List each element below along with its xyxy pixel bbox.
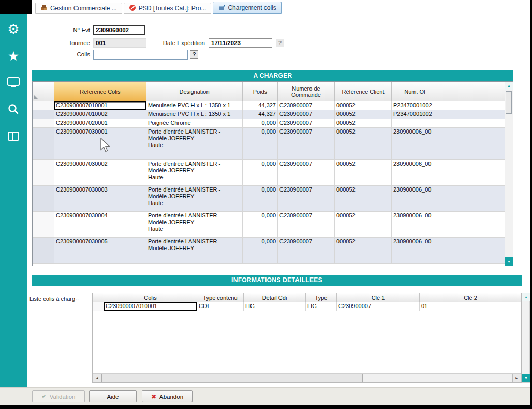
tournee-field[interactable]: 001 bbox=[93, 38, 146, 48]
cell[interactable]: P23470001002 bbox=[392, 101, 440, 110]
row-selector[interactable] bbox=[93, 302, 104, 311]
column-header-cle1[interactable]: Clé 1 bbox=[337, 293, 420, 302]
tab-chargement-colis[interactable]: Chargement colis bbox=[213, 2, 281, 14]
scroll-left-button[interactable]: ◄ bbox=[93, 374, 101, 382]
tab-gestion-commerciale[interactable]: Gestion Commerciale ... bbox=[35, 3, 122, 14]
scroll-down-button[interactable]: ▼ bbox=[522, 374, 530, 382]
cell[interactable]: Poignée Chrome bbox=[146, 119, 243, 128]
scroll-up-button[interactable]: ▲ bbox=[522, 293, 530, 301]
cell[interactable]: 0,000 bbox=[243, 238, 278, 264]
sidebar-item-search[interactable] bbox=[0, 99, 27, 120]
cell[interactable]: 0,000 bbox=[243, 128, 278, 160]
cell[interactable] bbox=[392, 119, 440, 128]
column-header-numero-commande[interactable]: Numero de Commande bbox=[278, 82, 335, 101]
scroll-track[interactable] bbox=[363, 374, 512, 382]
focused-cell[interactable]: C230900007010001 bbox=[104, 302, 197, 311]
cell[interactable]: 000052 bbox=[335, 160, 392, 186]
cell[interactable]: C230900007 bbox=[278, 212, 335, 238]
scroll-thumb[interactable] bbox=[101, 374, 363, 382]
cell[interactable]: Porte d'entrée LANNISTER - Modèle JOFFRE… bbox=[146, 212, 243, 238]
scroll-down-button[interactable]: ▼ bbox=[505, 257, 513, 266]
cell[interactable]: C230900007030003 bbox=[54, 186, 146, 212]
scroll-track[interactable] bbox=[505, 90, 513, 257]
column-header-reference-colis[interactable]: Reference Colis bbox=[54, 82, 146, 101]
row-selector[interactable] bbox=[33, 119, 54, 128]
details-row[interactable]: C230900007010001 COL LIG LIG C230900007 … bbox=[93, 302, 521, 311]
table-row[interactable]: C230900007030003 Porte d'entrée LANNISTE… bbox=[33, 186, 505, 212]
aide-button[interactable]: Aide bbox=[89, 390, 137, 402]
cell[interactable]: Porte d'entrée LANNISTER - Modèle JOFFRE… bbox=[146, 186, 243, 212]
cell[interactable]: 230900006_00 bbox=[392, 160, 440, 186]
colis-input[interactable] bbox=[93, 50, 188, 60]
column-header-designation[interactable]: Designation bbox=[146, 82, 243, 101]
details-vertical-scrollbar[interactable]: ▲ ▼ bbox=[522, 293, 530, 383]
cell[interactable]: Porte d'entrée LANNISTER - Modèle JOFFRE… bbox=[146, 238, 243, 264]
cell[interactable]: C230900007030005 bbox=[54, 238, 146, 264]
sidebar-item-favorites[interactable]: ★ bbox=[0, 46, 27, 66]
cell[interactable]: 230900006_00 bbox=[392, 128, 440, 160]
row-selector[interactable] bbox=[33, 101, 54, 110]
cell[interactable]: 0,000 bbox=[243, 119, 278, 128]
cell[interactable]: LIG bbox=[244, 302, 306, 311]
tab-psd[interactable]: PSD [Toutes Cat.]: Pro... bbox=[124, 3, 212, 14]
cell[interactable]: 0,000 bbox=[243, 160, 278, 186]
cell[interactable]: Menuiserie PVC H x L : 1350 x 1 bbox=[146, 101, 243, 110]
sidebar-item-columns[interactable] bbox=[0, 126, 27, 147]
column-header-cle2[interactable]: Clé 2 bbox=[420, 293, 521, 302]
column-header-type[interactable]: Type bbox=[306, 293, 337, 302]
cell[interactable]: LIG bbox=[306, 302, 337, 311]
sidebar-item-display[interactable] bbox=[0, 72, 27, 93]
sidebar-item-settings[interactable]: ⚙ bbox=[0, 19, 27, 39]
cell[interactable]: C230900007 bbox=[278, 186, 335, 212]
table-row[interactable]: C230900007030001 Porte d'entrée LANNISTE… bbox=[33, 128, 505, 160]
scroll-up-button[interactable]: ▲ bbox=[505, 82, 513, 90]
cell[interactable]: C230900007 bbox=[278, 238, 335, 264]
vertical-scrollbar[interactable]: ▲ ▼ bbox=[505, 82, 513, 266]
focused-cell[interactable]: C230900007010001 bbox=[54, 101, 146, 110]
cell[interactable]: P23470001002 bbox=[392, 110, 440, 119]
table-row[interactable]: C230900007020001 Poignée Chrome 0,000 C2… bbox=[33, 119, 505, 128]
cell[interactable]: C230900007030001 bbox=[54, 128, 146, 160]
cell[interactable]: 0,000 bbox=[243, 186, 278, 212]
cell[interactable]: Porte d'entrée LANNISTER - Modèle JOFFRE… bbox=[146, 160, 243, 186]
cell[interactable]: 000052 bbox=[335, 101, 392, 110]
row-selector[interactable] bbox=[33, 160, 54, 186]
cell[interactable]: 000052 bbox=[335, 212, 392, 238]
cell[interactable]: C230900007 bbox=[337, 302, 420, 311]
cell[interactable]: C230900007030004 bbox=[54, 212, 146, 238]
cell[interactable]: 230900006_00 bbox=[392, 186, 440, 212]
cell[interactable]: 230900006_00 bbox=[392, 212, 440, 238]
table-row[interactable]: C230900007010002 Menuiserie PVC H x L : … bbox=[33, 110, 505, 119]
column-header-detail-cdi[interactable]: Détail Cdi bbox=[244, 293, 306, 302]
cell[interactable]: 000052 bbox=[335, 186, 392, 212]
column-header-type-contenu[interactable]: Type contenu bbox=[197, 293, 244, 302]
cell[interactable]: 230900006_00 bbox=[392, 238, 440, 264]
scroll-thumb[interactable] bbox=[506, 91, 512, 114]
abandon-button[interactable]: ✖ Abandon bbox=[142, 390, 193, 402]
cell[interactable]: 000052 bbox=[335, 119, 392, 128]
details-select-header[interactable] bbox=[93, 293, 104, 302]
cell[interactable]: C230900007 bbox=[278, 160, 335, 186]
scroll-right-button[interactable]: ► bbox=[512, 374, 521, 382]
cell[interactable]: 000052 bbox=[335, 238, 392, 264]
column-header-colis[interactable]: Colis bbox=[104, 293, 197, 302]
select-all-header[interactable] bbox=[33, 82, 54, 101]
cell[interactable]: 44,327 bbox=[243, 110, 278, 119]
cell[interactable]: 000052 bbox=[335, 110, 392, 119]
cell[interactable]: C230900007 bbox=[278, 101, 335, 110]
date-expedition-field[interactable]: 17/11/2023 bbox=[209, 38, 272, 48]
cell[interactable]: C230900007 bbox=[278, 110, 335, 119]
cell[interactable]: 0,000 bbox=[243, 212, 278, 238]
column-header-reference-client[interactable]: Référence Client bbox=[335, 82, 392, 101]
cell[interactable]: Menuiserie PVC H x L : 1350 x 1 bbox=[146, 110, 243, 119]
row-selector[interactable] bbox=[33, 212, 54, 238]
row-selector[interactable] bbox=[33, 110, 54, 119]
colis-help-button[interactable]: ? bbox=[190, 50, 198, 59]
cell[interactable]: C230900007 bbox=[278, 128, 335, 160]
row-selector[interactable] bbox=[33, 128, 54, 160]
cell[interactable]: Porte d'entrée LANNISTER - Modèle JOFFRE… bbox=[146, 128, 243, 160]
cell[interactable]: C230900007 bbox=[278, 119, 335, 128]
cell[interactable]: 44,327 bbox=[243, 101, 278, 110]
nevt-field[interactable]: 2309060002 bbox=[93, 25, 145, 35]
table-row[interactable]: C230900007030004 Porte d'entrée LANNISTE… bbox=[33, 212, 505, 238]
